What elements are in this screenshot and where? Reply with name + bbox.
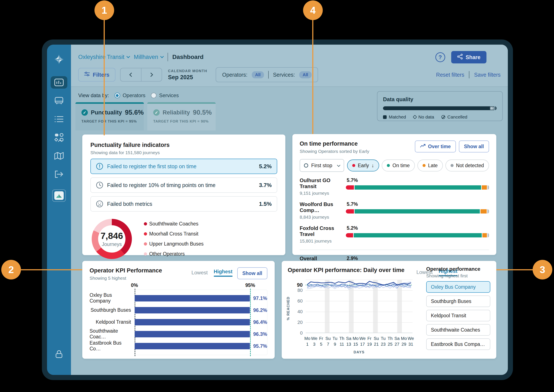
x-tick-label: Sa27 — [394, 336, 399, 347]
bar-category-label: Oxley Bus Company — [90, 295, 134, 301]
chevron-down-icon — [337, 163, 340, 167]
early-segment — [346, 233, 353, 238]
early-percent-label: 5.7% — [347, 201, 489, 207]
no-data-segment — [490, 106, 494, 110]
sidebar — [47, 45, 71, 375]
sidebar-item-sign-out[interactable] — [51, 168, 67, 180]
bar-category-label: Souththwaite Coac… — [90, 331, 134, 337]
failure-value: 3.7% — [259, 182, 272, 189]
bar-value-label: 96.3% — [253, 331, 267, 337]
bar-chart-icon — [54, 79, 64, 86]
lowest-toggle[interactable]: Lowest — [192, 270, 208, 276]
next-month-button[interactable] — [141, 68, 162, 81]
matched-legend-icon — [383, 115, 387, 119]
journeys-count: 15,801 journeys — [300, 238, 346, 244]
save-filters-link[interactable]: Save filters — [474, 72, 501, 78]
callout-1-line — [104, 20, 105, 135]
divider — [300, 250, 489, 250]
operator-list-item[interactable]: Souththwaite Coaches — [426, 324, 490, 336]
failure-label: Failed both metrics — [107, 201, 152, 207]
y-tick-label: 40 — [297, 309, 303, 315]
y-tick-label: 80 — [297, 287, 303, 293]
no-data-legend-icon — [413, 115, 417, 119]
show-all-button[interactable]: Show all — [237, 267, 267, 279]
callout-4-line — [312, 20, 313, 134]
help-button[interactable]: ? — [435, 52, 445, 62]
operator-list-item[interactable]: Keldpool Transit — [426, 310, 490, 321]
axis-zero-label: 0% — [131, 282, 138, 288]
otp-stacked-bar — [346, 185, 489, 189]
services-all-chip[interactable]: All — [299, 71, 312, 78]
brand-logo-icon — [53, 54, 65, 66]
data-quality-panel: Data quality Matched No data Cancelled — [377, 91, 503, 121]
bus-icon — [54, 97, 64, 105]
operator-list-item[interactable]: Eastbrook Bus Compa… — [426, 338, 490, 350]
view-data-by: View data by: Operators Services — [78, 92, 179, 98]
daily-over-time-card: Operator KPI performance: Daily over tim… — [282, 261, 496, 359]
show-all-button[interactable]: Show all — [459, 140, 489, 153]
legend-dot-icon — [144, 232, 147, 236]
donut-legend-item: Souththwaite Coaches — [144, 221, 203, 227]
early-percent-label: 5.2% — [347, 225, 489, 231]
month-pager — [120, 68, 162, 82]
calendar-month: CALENDAR MONTH Sep 2025 — [168, 69, 207, 81]
status-pill-late[interactable]: Late — [417, 160, 443, 171]
kpi-bar — [135, 331, 250, 337]
check-circle-icon: ✓ — [81, 109, 88, 116]
over-time-button[interactable]: Over time — [415, 140, 456, 153]
failure-indicator-row[interactable]: Failed to register 10% of timing points … — [90, 177, 277, 193]
previous-month-button[interactable] — [121, 68, 141, 81]
operator-name: Woolford Bus Comp… — [300, 201, 346, 213]
bar-row: 96.3% — [135, 331, 267, 337]
filters-button[interactable]: Filters — [78, 68, 115, 82]
x-tick-label: Fr19 — [367, 336, 372, 347]
tab-reliability[interactable]: ✓ Reliability 90.5% TARGET FOR THIS KPI … — [147, 102, 216, 130]
callout-4: 4 — [303, 0, 323, 20]
region-selector[interactable]: Millhaven — [134, 54, 163, 60]
stop-type-dropdown[interactable]: First stop — [300, 159, 344, 172]
status-pill-early[interactable]: Early↓ — [347, 160, 379, 171]
status-pill-not-detected[interactable]: Not detected — [446, 160, 489, 171]
status-pill-on-time[interactable]: On time — [382, 160, 415, 171]
failure-indicator-row[interactable]: Failed both metrics1.5% — [90, 196, 277, 212]
y-axis-label: % REACHED — [286, 297, 290, 320]
sidebar-item-map[interactable] — [51, 150, 67, 162]
sidebar-item-lock[interactable] — [51, 348, 67, 360]
radio-services[interactable]: Services — [151, 92, 179, 98]
legend-dot-icon — [144, 252, 147, 256]
filter-bar: Filters CALENDAR MONTH Sep 2025 Operator… — [78, 67, 501, 82]
donut-legend-item: Other Operators — [144, 251, 203, 257]
share-button[interactable]: Share — [451, 51, 486, 63]
x-tick-label: Mo15 — [353, 336, 359, 347]
y-tick-label: 0 — [300, 330, 303, 336]
reset-filters-link[interactable]: Reset filters — [436, 72, 464, 78]
not-detected-segment — [488, 233, 489, 238]
radio-operators[interactable]: Operators — [115, 92, 145, 98]
otp-rows: Oulhurst GO Transit9,151 journeys5.7%Woo… — [300, 177, 489, 268]
main-content: Oxleyshire Transit Millhaven Dashboard ?… — [71, 45, 508, 375]
operator-list-item[interactable]: Southburgh Buses — [426, 295, 490, 307]
list-icon — [55, 116, 64, 123]
bar-category-label: Southburgh Buses — [90, 307, 134, 313]
late-segment — [482, 233, 487, 238]
alert-circle-icon — [96, 163, 103, 170]
operator-list-item[interactable]: Oxley Bus Company — [426, 281, 490, 293]
trend-line-icon — [420, 144, 425, 149]
map-icon — [54, 152, 64, 160]
punctuality-failure-card: Punctuality failure indicators Showing d… — [82, 134, 285, 255]
sidebar-item-components[interactable] — [51, 131, 67, 144]
chevron-down-icon — [127, 55, 130, 58]
y-tick-label: 20 — [297, 320, 303, 325]
sidebar-item-vehicles[interactable] — [51, 95, 67, 107]
early-percent-label: 5.7% — [347, 177, 489, 183]
highest-toggle[interactable]: Highest — [214, 269, 232, 277]
sidebar-item-app-badge[interactable] — [52, 189, 66, 202]
tab-punctuality[interactable]: ✓ Punctuality 95.6% TARGET FOR THIS KPI … — [75, 102, 144, 130]
otp-operator: Foxfold Cross Travel15,801 journeys — [300, 225, 346, 244]
operators-all-chip[interactable]: All — [252, 71, 264, 78]
sidebar-item-dashboard[interactable] — [51, 76, 67, 89]
kpi-bar — [135, 295, 250, 301]
status-dot-icon — [451, 164, 453, 167]
failure-indicator-row[interactable]: Failed to register the first stop on tim… — [90, 159, 277, 174]
sidebar-item-list[interactable] — [51, 113, 67, 125]
